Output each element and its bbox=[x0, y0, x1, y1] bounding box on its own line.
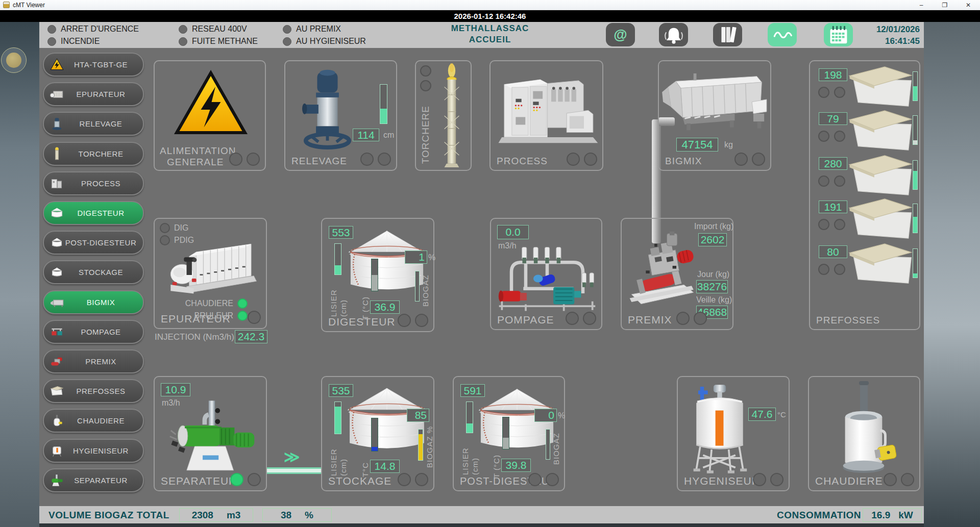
temp-gauge bbox=[371, 418, 378, 451]
alarm-dot-icon bbox=[47, 25, 56, 34]
bruleur-led bbox=[237, 311, 248, 321]
email-icon: @ bbox=[614, 27, 627, 43]
panel-post-digesteur[interactable]: 591 LISIER (cm) T (°C) 39.8 0 % BIOGAZ P… bbox=[453, 376, 565, 491]
bin-gauge-fill bbox=[913, 171, 917, 189]
pumps-icon bbox=[50, 325, 64, 339]
panel-torchere[interactable]: TORCHERE bbox=[415, 60, 472, 171]
alarm-reseau-400v: RESEAU 400V bbox=[179, 24, 247, 34]
status-led bbox=[378, 153, 391, 166]
binders-icon bbox=[717, 24, 739, 45]
logs-button[interactable] bbox=[713, 23, 742, 46]
status-led bbox=[584, 153, 597, 166]
panel-chaudiere[interactable]: CHAUDIERE bbox=[808, 376, 920, 491]
weight-unit: kg bbox=[724, 140, 733, 149]
sidebar-item-bigmix[interactable]: BIGMIX bbox=[43, 290, 144, 314]
panel-label: STOCKAGE bbox=[328, 475, 391, 487]
lisier-gauge bbox=[334, 243, 341, 275]
jour-label: Jour (kg) bbox=[697, 270, 729, 279]
status-led bbox=[360, 153, 374, 166]
panel-separateur[interactable]: 10.9 m3/h SEPARATEUR bbox=[154, 376, 267, 491]
epurateur-icon bbox=[50, 87, 64, 101]
sidebar-item-hygieniseur[interactable]: HYGIENISEUR bbox=[43, 439, 144, 463]
biogaz-value: 1 bbox=[405, 250, 427, 264]
header-date: 12/01/2026 bbox=[837, 23, 920, 35]
status-led bbox=[818, 87, 829, 98]
panel-epurateur[interactable]: DIG PDIG CHAUDIERE BRULEUR EPURATEUR bbox=[154, 218, 267, 329]
panel-pompage[interactable]: 0.0 m3/h POMPAGE bbox=[490, 218, 602, 330]
status-led bbox=[398, 314, 411, 327]
panel-digesteur[interactable]: 553 LISIER (cm) T (°C) 36.9 1 % BIOGAZ D… bbox=[321, 218, 434, 332]
status-led bbox=[583, 312, 596, 325]
status-led bbox=[901, 473, 914, 486]
bin-value: 191 bbox=[819, 200, 847, 213]
panel-label: CHAUDIERE bbox=[815, 475, 883, 487]
sidebar-item-separateur[interactable]: SEPARATEUR bbox=[43, 468, 144, 492]
lisier-gauge-fill bbox=[335, 265, 341, 274]
sidebar-item-prefosses[interactable]: PREFOSSES bbox=[43, 379, 144, 403]
consommation-box: 16.9 kW bbox=[863, 508, 922, 522]
lisier-label: LISIER bbox=[461, 437, 470, 475]
sidebar-item-hta-tgbt-ge[interactable]: HTA-TGBT-GE bbox=[43, 53, 144, 77]
boiler-icon bbox=[50, 414, 64, 428]
sidebar-item-pompage[interactable]: POMPAGE bbox=[43, 320, 144, 344]
status-led bbox=[818, 264, 829, 275]
panel-hygieniseur[interactable]: 47.6 °C HYGENISEUR bbox=[677, 376, 790, 491]
lisier-label: LISIER bbox=[329, 279, 338, 317]
temp-gauge-fill bbox=[372, 275, 378, 291]
sidebar-item-process[interactable]: PROCESS bbox=[43, 171, 144, 195]
biogaz-unit: % bbox=[558, 411, 565, 420]
panel-process[interactable]: PROCESS bbox=[489, 60, 603, 171]
status-led bbox=[834, 219, 845, 230]
page-title: METHALLASSAC ACCUEIL bbox=[424, 23, 556, 45]
volume-percent-unit: % bbox=[305, 510, 313, 521]
minimize-button[interactable]: – bbox=[910, 0, 933, 10]
biogaz-gauge bbox=[415, 271, 420, 302]
panel-bigmix[interactable]: 47154 kg BIGMIX bbox=[658, 60, 771, 171]
panel-alimentation-generale[interactable]: ALIMENTATION GENERALE bbox=[154, 60, 266, 171]
panel-stockage[interactable]: 535 LISIER (cm) T°C 14.8 85 BIOGAZ % STO… bbox=[321, 376, 434, 491]
separateur-machine-image bbox=[166, 397, 260, 476]
sidebar-item-post-digesteur[interactable]: POST-DIGESTEUR bbox=[43, 231, 144, 255]
alarm-incendie: INCENDIE bbox=[47, 37, 100, 46]
biogaz-label: BIOGAZ % bbox=[425, 423, 434, 468]
close-button[interactable]: ✕ bbox=[957, 0, 980, 10]
panel-prefosses[interactable]: 198 79 280 191 80 PREFOSSES bbox=[809, 60, 920, 330]
panel-relevage[interactable]: 114 cm RELEVAGE bbox=[284, 60, 397, 171]
sidebar-item-premix[interactable]: PREMIX bbox=[43, 349, 144, 373]
temp-gauge bbox=[502, 417, 509, 449]
email-button[interactable]: @ bbox=[606, 23, 635, 46]
import-value: 2602 bbox=[698, 233, 727, 246]
separateur-stockage-pipe bbox=[267, 467, 321, 474]
status-led bbox=[247, 153, 260, 166]
sidebar-item-chaudiere[interactable]: CHAUDIERE bbox=[43, 409, 144, 433]
prefosse-bin-image bbox=[847, 153, 913, 197]
sidebar-item-stockage[interactable]: STOCKAGE bbox=[43, 260, 144, 284]
alarm-bell-button[interactable] bbox=[659, 23, 688, 46]
sidebar-item-relevage[interactable]: RELEVAGE bbox=[43, 112, 144, 136]
bin-gauge-fill bbox=[913, 217, 917, 233]
lisier-gauge-fill bbox=[467, 423, 473, 433]
status-led bbox=[676, 312, 690, 325]
trend-button[interactable] bbox=[768, 23, 797, 46]
cabinet-icon bbox=[50, 177, 64, 190]
chaudiere-boiler-image bbox=[830, 380, 898, 478]
consommation-label: CONSOMMATION bbox=[777, 510, 861, 521]
sidebar-item-epurateur[interactable]: EPURATEUR bbox=[43, 82, 144, 106]
control-cabinets-image bbox=[495, 66, 600, 150]
status-led bbox=[834, 264, 845, 275]
sidebar-item-torchere[interactable]: TORCHERE bbox=[43, 142, 144, 166]
alarm-dot-icon bbox=[179, 25, 187, 34]
panel-label: HYGENISEUR bbox=[684, 475, 760, 487]
panel-premix[interactable]: Import (kg) 2602 Jour (kg) 38276 Veille … bbox=[621, 218, 733, 330]
chaudiere-led bbox=[237, 298, 248, 309]
bin-gauge bbox=[913, 204, 918, 233]
restore-button[interactable]: ❐ bbox=[933, 0, 957, 10]
sidebar-item-digesteur[interactable]: DIGESTEUR bbox=[43, 201, 144, 225]
volume-percent-value: 38 bbox=[281, 510, 291, 521]
tank-icon bbox=[50, 236, 64, 249]
bin-gauge bbox=[913, 115, 918, 145]
bin-gauge-fill bbox=[913, 86, 917, 101]
temp-label: T°C bbox=[361, 446, 370, 477]
lisier-label: LISIER bbox=[329, 438, 338, 476]
run-led bbox=[230, 473, 243, 486]
